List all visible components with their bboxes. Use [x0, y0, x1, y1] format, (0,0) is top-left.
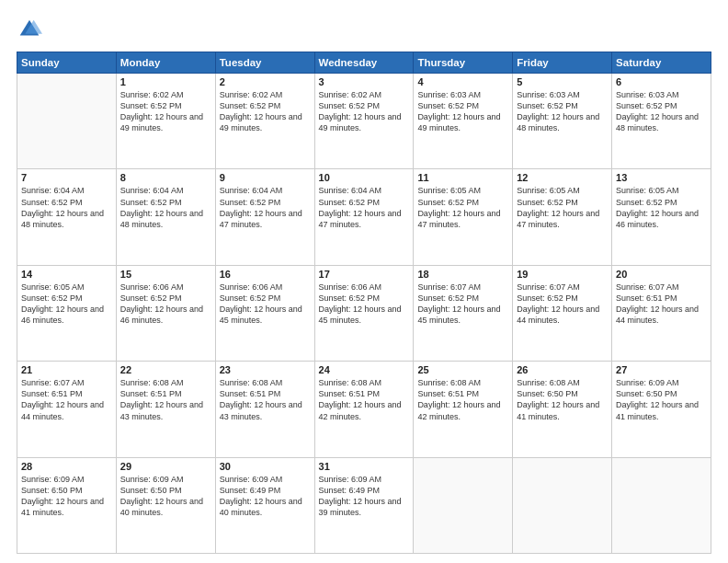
calendar-header-row: SundayMondayTuesdayWednesdayThursdayFrid…	[17, 52, 711, 74]
page: SundayMondayTuesdayWednesdayThursdayFrid…	[0, 0, 728, 563]
calendar-header-wednesday: Wednesday	[314, 52, 414, 74]
logo-icon	[17, 17, 42, 42]
day-info: Sunrise: 6:02 AM Sunset: 6:52 PM Dayligh…	[120, 89, 211, 134]
day-number: 3	[319, 76, 410, 87]
day-info: Sunrise: 6:05 AM Sunset: 6:52 PM Dayligh…	[417, 185, 508, 230]
day-number: 5	[517, 76, 608, 87]
calendar-cell: 8Sunrise: 6:04 AM Sunset: 6:52 PM Daylig…	[116, 169, 215, 265]
day-number: 18	[417, 269, 508, 280]
calendar-cell: 3Sunrise: 6:02 AM Sunset: 6:52 PM Daylig…	[314, 74, 414, 169]
calendar-header-saturday: Saturday	[612, 52, 711, 74]
day-info: Sunrise: 6:07 AM Sunset: 6:51 PM Dayligh…	[616, 282, 707, 327]
day-info: Sunrise: 6:03 AM Sunset: 6:52 PM Dayligh…	[616, 89, 707, 134]
calendar-cell: 13Sunrise: 6:05 AM Sunset: 6:52 PM Dayli…	[612, 169, 711, 265]
calendar-cell	[513, 457, 612, 553]
day-number: 29	[120, 461, 211, 472]
day-number: 9	[220, 172, 311, 183]
calendar-header-monday: Monday	[116, 52, 215, 74]
day-info: Sunrise: 6:06 AM Sunset: 6:52 PM Dayligh…	[220, 282, 311, 327]
day-number: 4	[417, 76, 508, 87]
day-number: 8	[120, 172, 211, 183]
calendar-cell: 5Sunrise: 6:03 AM Sunset: 6:52 PM Daylig…	[513, 74, 612, 169]
calendar-cell: 16Sunrise: 6:06 AM Sunset: 6:52 PM Dayli…	[215, 265, 314, 361]
day-number: 6	[616, 76, 707, 87]
day-number: 27	[616, 364, 707, 375]
day-info: Sunrise: 6:08 AM Sunset: 6:50 PM Dayligh…	[517, 377, 608, 422]
calendar-header-thursday: Thursday	[414, 52, 513, 74]
day-number: 19	[517, 269, 608, 280]
calendar-cell: 27Sunrise: 6:09 AM Sunset: 6:50 PM Dayli…	[612, 362, 711, 457]
day-number: 11	[417, 172, 508, 183]
calendar-cell: 24Sunrise: 6:08 AM Sunset: 6:51 PM Dayli…	[314, 362, 414, 457]
day-info: Sunrise: 6:07 AM Sunset: 6:52 PM Dayligh…	[417, 282, 508, 327]
calendar-cell: 4Sunrise: 6:03 AM Sunset: 6:52 PM Daylig…	[414, 74, 513, 169]
calendar-week-1: 1Sunrise: 6:02 AM Sunset: 6:52 PM Daylig…	[17, 74, 711, 169]
day-info: Sunrise: 6:09 AM Sunset: 6:49 PM Dayligh…	[319, 474, 410, 519]
day-number: 16	[220, 269, 311, 280]
day-number: 7	[21, 172, 112, 183]
day-number: 12	[517, 172, 608, 183]
calendar-cell: 26Sunrise: 6:08 AM Sunset: 6:50 PM Dayli…	[513, 362, 612, 457]
day-number: 22	[120, 364, 211, 375]
calendar-cell: 9Sunrise: 6:04 AM Sunset: 6:52 PM Daylig…	[215, 169, 314, 265]
day-info: Sunrise: 6:05 AM Sunset: 6:52 PM Dayligh…	[21, 282, 112, 327]
day-info: Sunrise: 6:04 AM Sunset: 6:52 PM Dayligh…	[21, 185, 112, 230]
day-number: 23	[220, 364, 311, 375]
day-number: 25	[417, 364, 508, 375]
day-number: 28	[21, 461, 112, 472]
day-number: 24	[319, 364, 410, 375]
day-info: Sunrise: 6:06 AM Sunset: 6:52 PM Dayligh…	[319, 282, 410, 327]
calendar-week-5: 28Sunrise: 6:09 AM Sunset: 6:50 PM Dayli…	[17, 457, 711, 553]
calendar-cell: 18Sunrise: 6:07 AM Sunset: 6:52 PM Dayli…	[414, 265, 513, 361]
day-info: Sunrise: 6:09 AM Sunset: 6:50 PM Dayligh…	[21, 474, 112, 519]
day-number: 26	[517, 364, 608, 375]
day-info: Sunrise: 6:08 AM Sunset: 6:51 PM Dayligh…	[220, 377, 311, 422]
calendar-table: SundayMondayTuesdayWednesdayThursdayFrid…	[17, 52, 711, 554]
day-number: 1	[120, 76, 211, 87]
calendar-cell: 31Sunrise: 6:09 AM Sunset: 6:49 PM Dayli…	[314, 457, 414, 553]
day-info: Sunrise: 6:08 AM Sunset: 6:51 PM Dayligh…	[120, 377, 211, 422]
calendar-cell: 11Sunrise: 6:05 AM Sunset: 6:52 PM Dayli…	[414, 169, 513, 265]
day-info: Sunrise: 6:08 AM Sunset: 6:51 PM Dayligh…	[319, 377, 410, 422]
day-info: Sunrise: 6:07 AM Sunset: 6:51 PM Dayligh…	[21, 377, 112, 422]
calendar-cell: 25Sunrise: 6:08 AM Sunset: 6:51 PM Dayli…	[414, 362, 513, 457]
day-info: Sunrise: 6:09 AM Sunset: 6:49 PM Dayligh…	[220, 474, 311, 519]
calendar-cell: 28Sunrise: 6:09 AM Sunset: 6:50 PM Dayli…	[17, 457, 117, 553]
day-info: Sunrise: 6:04 AM Sunset: 6:52 PM Dayligh…	[220, 185, 311, 230]
calendar-cell: 19Sunrise: 6:07 AM Sunset: 6:52 PM Dayli…	[513, 265, 612, 361]
day-info: Sunrise: 6:06 AM Sunset: 6:52 PM Dayligh…	[120, 282, 211, 327]
calendar-cell: 1Sunrise: 6:02 AM Sunset: 6:52 PM Daylig…	[116, 74, 215, 169]
day-info: Sunrise: 6:05 AM Sunset: 6:52 PM Dayligh…	[616, 185, 707, 230]
calendar-cell: 17Sunrise: 6:06 AM Sunset: 6:52 PM Dayli…	[314, 265, 414, 361]
day-info: Sunrise: 6:09 AM Sunset: 6:50 PM Dayligh…	[616, 377, 707, 422]
calendar-cell: 10Sunrise: 6:04 AM Sunset: 6:52 PM Dayli…	[314, 169, 414, 265]
calendar-header-tuesday: Tuesday	[215, 52, 314, 74]
day-number: 13	[616, 172, 707, 183]
calendar-cell: 22Sunrise: 6:08 AM Sunset: 6:51 PM Dayli…	[116, 362, 215, 457]
day-number: 14	[21, 269, 112, 280]
calendar-cell: 15Sunrise: 6:06 AM Sunset: 6:52 PM Dayli…	[116, 265, 215, 361]
calendar-cell: 23Sunrise: 6:08 AM Sunset: 6:51 PM Dayli…	[215, 362, 314, 457]
calendar-cell: 29Sunrise: 6:09 AM Sunset: 6:50 PM Dayli…	[116, 457, 215, 553]
calendar-cell: 7Sunrise: 6:04 AM Sunset: 6:52 PM Daylig…	[17, 169, 117, 265]
calendar-cell	[414, 457, 513, 553]
calendar-header-sunday: Sunday	[17, 52, 117, 74]
day-number: 2	[220, 76, 311, 87]
day-number: 17	[319, 269, 410, 280]
day-info: Sunrise: 6:08 AM Sunset: 6:51 PM Dayligh…	[417, 377, 508, 422]
day-number: 21	[21, 364, 112, 375]
calendar-cell: 2Sunrise: 6:02 AM Sunset: 6:52 PM Daylig…	[215, 74, 314, 169]
calendar-cell: 21Sunrise: 6:07 AM Sunset: 6:51 PM Dayli…	[17, 362, 117, 457]
calendar-cell: 30Sunrise: 6:09 AM Sunset: 6:49 PM Dayli…	[215, 457, 314, 553]
day-info: Sunrise: 6:05 AM Sunset: 6:52 PM Dayligh…	[517, 185, 608, 230]
calendar-cell: 14Sunrise: 6:05 AM Sunset: 6:52 PM Dayli…	[17, 265, 117, 361]
day-number: 15	[120, 269, 211, 280]
calendar-cell	[612, 457, 711, 553]
day-info: Sunrise: 6:04 AM Sunset: 6:52 PM Dayligh…	[319, 185, 410, 230]
calendar-week-4: 21Sunrise: 6:07 AM Sunset: 6:51 PM Dayli…	[17, 362, 711, 457]
day-info: Sunrise: 6:03 AM Sunset: 6:52 PM Dayligh…	[417, 89, 508, 134]
day-info: Sunrise: 6:07 AM Sunset: 6:52 PM Dayligh…	[517, 282, 608, 327]
calendar-cell	[17, 74, 117, 169]
day-info: Sunrise: 6:04 AM Sunset: 6:52 PM Dayligh…	[120, 185, 211, 230]
day-number: 30	[220, 461, 311, 472]
